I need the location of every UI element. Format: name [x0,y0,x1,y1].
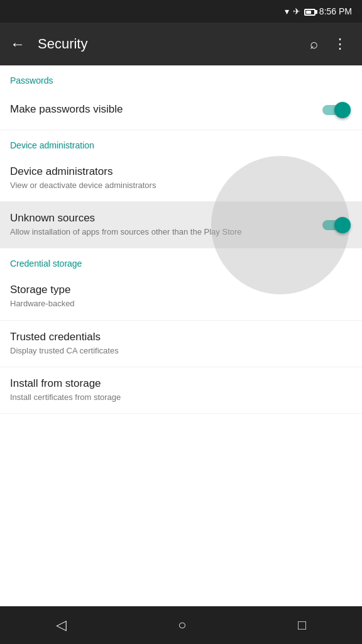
storage-type-subtitle: Hardware-backed [10,298,342,309]
device-administrators-title: Device administrators [10,165,342,178]
nav-back-button[interactable]: ◁ [43,609,79,641]
airplane-icon: ✈ [293,6,300,16]
section-header-passwords: Passwords [0,65,362,91]
settings-content: Passwords Make passwords visible Device … [0,65,362,606]
section-header-device-admin: Device administration [0,130,362,155]
app-bar: ← Security ⌕ ⋮ [0,23,362,65]
battery-icon [304,6,315,16]
unknown-sources-subtitle: Allow installation of apps from sources … [10,226,308,238]
install-from-storage-title: Install from storage [10,377,342,390]
section-device-administration: Device administration Device administrat… [0,130,362,248]
trusted-credentials-subtitle: Display trusted CA certificates [10,345,342,357]
storage-type-title: Storage type [10,284,342,296]
section-passwords: Passwords Make passwords visible [0,65,362,130]
back-button[interactable]: ← [5,30,30,58]
trusted-credentials-item[interactable]: Trusted credentials Display trusted CA c… [0,321,362,367]
wifi-icon: ▾ [285,6,289,16]
unknown-sources-title: Unknown sources [10,212,308,225]
section-header-credential: Credential storage [0,248,362,274]
install-from-storage-subtitle: Install certificates from storage [10,392,342,403]
page-title: Security [38,36,297,52]
device-administrators-subtitle: View or deactivate device administrators [10,180,342,191]
trusted-credentials-title: Trusted credentials [10,331,342,343]
make-passwords-visible-toggle[interactable] [318,101,352,119]
section-credential-storage: Credential storage Storage type Hardware… [0,248,362,414]
status-bar: ▾ ✈ 8:56 PM [0,0,362,23]
toggle-knob [334,217,351,233]
unknown-sources-item[interactable]: Unknown sources Allow installation of ap… [0,202,362,248]
unknown-sources-toggle[interactable] [318,216,352,235]
storage-type-item[interactable]: Storage type Hardware-backed [0,274,362,320]
device-administrators-item[interactable]: Device administrators View or deactivate… [0,155,362,202]
nav-home-button[interactable]: ○ [165,609,199,641]
make-passwords-visible-item[interactable]: Make passwords visible [0,91,362,130]
status-time: 8:56 PM [319,6,352,16]
search-icon[interactable]: ⌕ [305,31,323,57]
status-icons: ▾ ✈ 8:56 PM [285,6,352,16]
more-options-icon[interactable]: ⋮ [328,31,352,57]
nav-recent-button[interactable]: □ [285,609,319,641]
nav-bar: ◁ ○ □ [0,606,362,644]
toggle-knob [334,102,351,118]
install-from-storage-item[interactable]: Install from storage Install certificate… [0,367,362,414]
make-passwords-visible-title: Make passwords visible [10,103,308,116]
app-bar-actions: ⌕ ⋮ [305,31,352,57]
